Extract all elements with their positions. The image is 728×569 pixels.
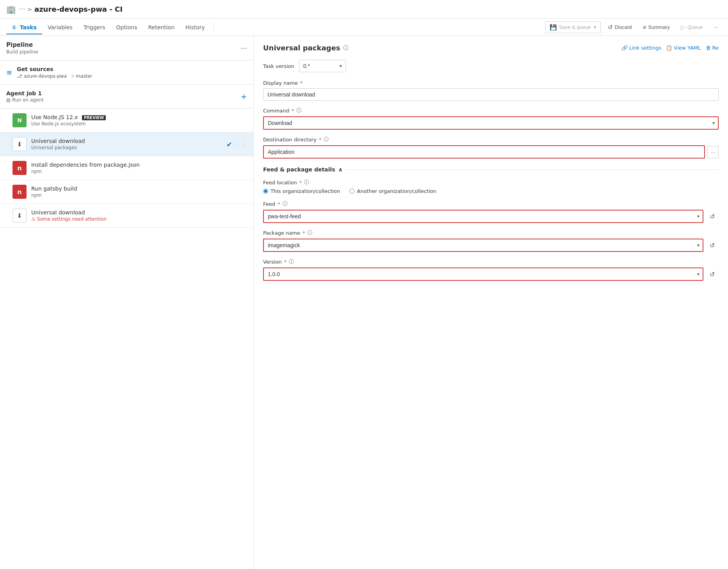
nodejs-info: Use Node.JS 12.x PREVIEW Use Node.js eco… [31, 114, 247, 127]
package-name-label: Package name * ⓘ [263, 229, 719, 236]
tab-tasks[interactable]: ① Tasks [6, 20, 42, 34]
save-icon: 💾 [550, 24, 557, 31]
feed-location-radio-group: This organization/collection Another org… [263, 188, 719, 194]
universal-download-title: Universal download [31, 138, 226, 144]
panel-actions: 🔗 Link settings 📋 View YAML 🗑 Re [621, 45, 719, 51]
feed-refresh-button[interactable]: ↺ [706, 210, 719, 223]
add-task-button[interactable]: + [240, 92, 247, 101]
tab-bar: ① Tasks Variables Triggers Options Reten… [0, 19, 728, 36]
version-select[interactable]: 1.0.0 [263, 268, 703, 281]
package-name-refresh-button[interactable]: ↺ [706, 239, 719, 252]
view-yaml-button[interactable]: 📋 View YAML [666, 45, 701, 51]
remove-button[interactable]: 🗑 Re [706, 45, 719, 51]
task-version-row: Task version 0.* ▾ [263, 60, 719, 72]
universal-download-2-icon: ⬇ [12, 209, 27, 223]
app-logo: 🏢 [6, 5, 16, 14]
display-name-input[interactable] [263, 88, 719, 101]
dest-dir-required: * [319, 137, 322, 143]
command-select[interactable]: Download Publish [263, 116, 719, 130]
link-icon: 🔗 [621, 45, 628, 51]
panel-info-icon[interactable]: ⓘ [343, 45, 349, 52]
nodejs-title: Use Node.JS 12.x PREVIEW [31, 114, 247, 120]
feed-row: pwa-test-feed ▾ ↺ [263, 210, 719, 223]
panel-title-row: Universal packages ⓘ [263, 44, 349, 52]
feed-info-icon[interactable]: ⓘ [283, 200, 288, 207]
pipeline-more-button[interactable]: ··· [240, 44, 247, 52]
version-select-wrapper: 1.0.0 ▾ [263, 268, 703, 281]
dest-dir-more-button[interactable]: ··· [707, 146, 719, 158]
run-gatsby-subtitle: npm [31, 193, 247, 198]
feed-location-required: * [299, 180, 302, 186]
feed-required: * [278, 201, 280, 207]
tab-retention[interactable]: Retention [143, 20, 180, 34]
summary-icon: ≡ [643, 24, 646, 30]
panel-header: Universal packages ⓘ 🔗 Link settings 📋 V… [263, 44, 719, 52]
branch-item: ⑂ master [71, 73, 92, 79]
universal-download-info: Universal download Universal packages [31, 138, 226, 150]
universal-download-2-title: Universal download [31, 209, 247, 216]
panel-title: Universal packages [263, 44, 340, 52]
universal-download-icon: ⬇ [12, 137, 27, 151]
command-required: * [292, 108, 294, 114]
install-deps-info: Install dependencies from package.json n… [31, 162, 247, 174]
queue-button[interactable]: ▷ Queue [677, 22, 707, 33]
header-more-icon[interactable]: ··· [19, 5, 25, 13]
discard-button[interactable]: ↺ Discard [604, 22, 636, 33]
command-select-wrapper: Download Publish ▾ [263, 116, 719, 130]
run-gatsby-info: Run gatsby build npm [31, 186, 247, 198]
branch-icon: ⑂ [71, 73, 74, 79]
tab-triggers[interactable]: Triggers [78, 20, 111, 34]
save-queue-button[interactable]: 💾 Save & queue ▾ [545, 21, 601, 33]
get-sources-title: Get sources [17, 66, 92, 72]
another-org-radio[interactable]: Another organization/collection [349, 188, 436, 194]
task-install-deps[interactable]: n Install dependencies from package.json… [0, 156, 253, 180]
this-org-radio[interactable]: This organization/collection [263, 188, 340, 194]
command-group: Command * ⓘ Download Publish ▾ [263, 107, 719, 130]
version-info-icon[interactable]: ⓘ [289, 258, 294, 265]
version-row: 1.0.0 ▾ ↺ [263, 268, 719, 281]
feed-package-section[interactable]: Feed & package details ∧ [263, 166, 719, 173]
main-content: Pipeline Build pipeline ··· ≡ Get source… [0, 36, 728, 569]
task-universal-download-1[interactable]: ⬇ Universal download Universal packages … [0, 132, 253, 156]
page-title: azure-devops-pwa - CI [34, 5, 123, 13]
feed-select-wrapper: pwa-test-feed ▾ [263, 210, 703, 223]
dest-dir-input[interactable] [263, 145, 705, 159]
feed-label: Feed * ⓘ [263, 200, 719, 207]
display-name-label: Display name * [263, 80, 719, 86]
preview-badge: PREVIEW [82, 115, 106, 120]
link-settings-button[interactable]: 🔗 Link settings [621, 45, 662, 51]
package-name-group: Package name * ⓘ imagemagick ▾ ↺ [263, 229, 719, 252]
pipeline-header[interactable]: Pipeline Build pipeline ··· [0, 36, 253, 61]
tab-variables[interactable]: Variables [42, 20, 78, 34]
save-queue-chevron-icon: ▾ [594, 24, 596, 30]
task-universal-download-2[interactable]: ⬇ Universal download ⚠ Some settings nee… [0, 204, 253, 228]
package-name-info-icon[interactable]: ⓘ [307, 229, 312, 236]
task-nodejs[interactable]: N Use Node.JS 12.x PREVIEW Use Node.js e… [0, 109, 253, 132]
task-version-select-wrapper: 0.* ▾ [299, 60, 346, 72]
version-label: Version * ⓘ [263, 258, 719, 265]
repo-icon: ⎇ [17, 73, 22, 79]
tab-actions: 💾 Save & queue ▾ ↺ Discard ≡ Summary ▷ Q… [545, 21, 722, 33]
task-check-icon: ✔ [226, 140, 232, 148]
right-panel: Universal packages ⓘ 🔗 Link settings 📋 V… [254, 36, 728, 569]
dest-dir-info-icon[interactable]: ⓘ [324, 136, 329, 143]
more-actions-button[interactable]: ··· [710, 22, 722, 32]
feed-location-info-icon[interactable]: ⓘ [304, 179, 309, 186]
command-info-icon[interactable]: ⓘ [296, 107, 301, 114]
task-version-label: Task version [263, 63, 294, 69]
tab-options[interactable]: Options [110, 20, 142, 34]
nodejs-subtitle: Use Node.js ecosystem [31, 121, 247, 127]
run-gatsby-title: Run gatsby build [31, 186, 247, 192]
package-name-select[interactable]: imagemagick [263, 239, 703, 252]
summary-button[interactable]: ≡ Summary [639, 22, 674, 32]
version-group: Version * ⓘ 1.0.0 ▾ ↺ [263, 258, 719, 281]
discard-icon: ↺ [608, 24, 613, 31]
task-run-gatsby[interactable]: n Run gatsby build npm [0, 180, 253, 204]
branch-name: master [76, 73, 92, 79]
tab-history[interactable]: History [180, 20, 210, 34]
get-sources-section[interactable]: ≡ Get sources ⎇ azure-devops-pwa ⑂ maste… [0, 61, 253, 85]
feed-select[interactable]: pwa-test-feed [263, 210, 703, 223]
version-refresh-button[interactable]: ↺ [706, 268, 719, 281]
dest-dir-group: Destination directory * ⓘ ··· [263, 136, 719, 159]
task-version-select[interactable]: 0.* [299, 60, 346, 72]
